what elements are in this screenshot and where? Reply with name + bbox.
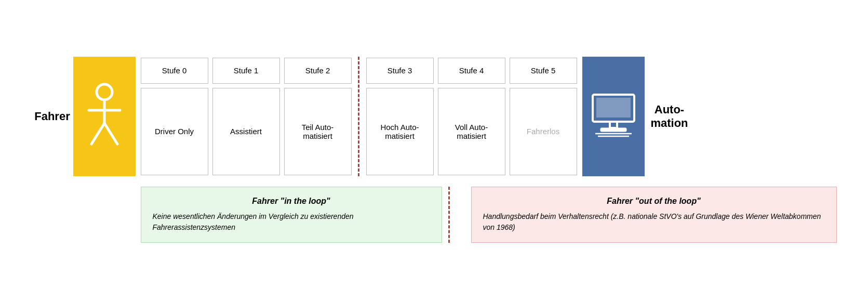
computer-icon-box <box>582 57 645 176</box>
column-stufe1: Stufe 1 Assistiert <box>212 58 280 175</box>
pink-box-content: Handlungsbedarf beim Verhaltensrecht (z.… <box>483 211 825 233</box>
column-stufe4: Stufe 4 Voll Auto-matisiert <box>438 58 505 175</box>
stufe3-label: Stufe 3 <box>366 58 434 84</box>
stufe1-desc: Assistiert <box>212 88 280 175</box>
stufe0-desc: Driver Only <box>141 88 208 175</box>
column-stufe2: Stufe 2 Teil Auto-matisiert <box>284 58 352 175</box>
computer-icon <box>590 92 637 141</box>
stufe5-label: Stufe 5 <box>510 58 577 84</box>
automation-label: Auto- mation <box>649 103 690 130</box>
stufe0-label: Stufe 0 <box>141 58 208 84</box>
columns-left: Stufe 0 Driver Only Stufe 1 Assistiert S… <box>141 58 352 175</box>
stufe2-label: Stufe 2 <box>284 58 352 84</box>
stufe4-desc: Voll Auto-matisiert <box>438 88 505 175</box>
green-box: Fahrer "in the loop" Keine wesentlichen … <box>141 187 442 243</box>
columns-right: Stufe 3 Hoch Auto-matisiert Stufe 4 Voll… <box>366 58 577 175</box>
pink-box-title: Fahrer "out of the loop" <box>483 197 825 206</box>
fahrer-label: Fahrer <box>32 110 73 123</box>
svg-line-4 <box>104 123 117 144</box>
column-stufe3: Stufe 3 Hoch Auto-matisiert <box>366 58 434 175</box>
svg-point-0 <box>97 84 112 100</box>
green-box-title: Fahrer "in the loop" <box>153 197 430 206</box>
vertical-divider-bottom <box>448 187 450 243</box>
column-stufe0: Stufe 0 Driver Only <box>141 58 208 175</box>
column-stufe5: Stufe 5 Fahrerlos <box>510 58 577 175</box>
top-section: Fahrer Stufe 0 <box>32 57 837 176</box>
stufe5-desc: Fahrerlos <box>510 88 577 175</box>
svg-line-3 <box>91 123 104 144</box>
stufe3-desc: Hoch Auto-matisiert <box>366 88 434 175</box>
driver-icon-box <box>73 57 136 176</box>
svg-rect-8 <box>600 128 626 132</box>
pink-box: Fahrer "out of the loop" Handlungsbedarf… <box>471 187 837 243</box>
svg-rect-7 <box>610 122 617 128</box>
stufe2-desc: Teil Auto-matisiert <box>284 88 352 175</box>
main-container: Fahrer Stufe 0 <box>32 57 837 243</box>
green-box-content: Keine wesentlichen Änderungen im Verglei… <box>153 211 430 233</box>
person-icon <box>84 82 125 151</box>
svg-rect-6 <box>596 98 631 118</box>
stufe4-label: Stufe 4 <box>438 58 505 84</box>
vertical-divider-top <box>358 57 360 176</box>
bottom-section: Fahrer "in the loop" Keine wesentlichen … <box>141 187 837 243</box>
stufe1-label: Stufe 1 <box>212 58 280 84</box>
